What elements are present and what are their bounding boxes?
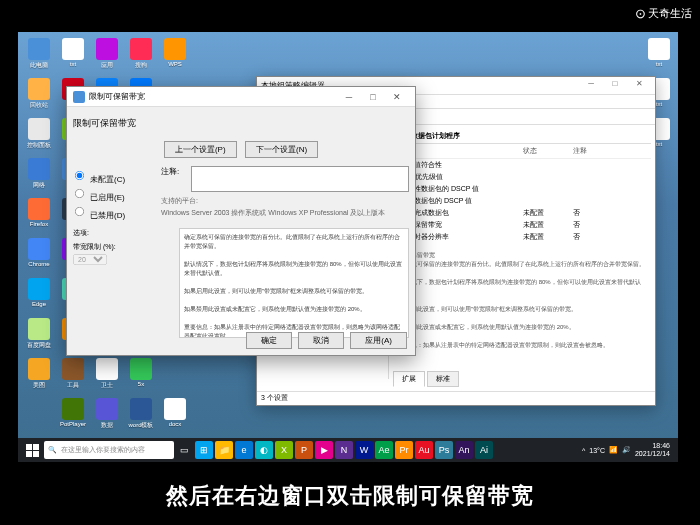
- next-setting-button[interactable]: 下一个设置(N): [245, 141, 318, 158]
- desktop-icon[interactable]: docx: [160, 398, 190, 434]
- desktop-icon[interactable]: 百度网盘: [24, 318, 54, 354]
- desktop-icon[interactable]: 美图: [24, 358, 54, 394]
- comment-field[interactable]: [191, 166, 409, 192]
- maximize-button[interactable]: □: [603, 79, 627, 93]
- dialog-minimize[interactable]: ─: [337, 89, 361, 105]
- dialog-close[interactable]: ✕: [385, 89, 409, 105]
- supported-text: Windows Server 2003 操作系统或 Windows XP Pro…: [161, 206, 409, 224]
- taskbar-app[interactable]: ▶: [315, 441, 333, 459]
- clock[interactable]: 18:46 2021/12/14: [635, 442, 670, 457]
- taskbar-app[interactable]: ⊞: [195, 441, 213, 459]
- watermark-text: 天奇生活: [648, 6, 692, 21]
- col-state[interactable]: 状态: [523, 146, 573, 156]
- bandwidth-select[interactable]: 20: [73, 254, 107, 265]
- settings-header: QoS 数据包计划程序: [393, 129, 651, 144]
- taskbar: 🔍 在这里输入你要搜索的内容 ▭ ⊞📁e◐XP▶NWAePrAuPsAnAi ^…: [18, 438, 678, 462]
- setting-row[interactable]: DSCP 值符合性: [393, 159, 651, 171]
- setting-row[interactable]: 第 2 层优先级值: [393, 171, 651, 183]
- tab-standard[interactable]: 标准: [427, 371, 459, 387]
- prev-setting-button[interactable]: 上一个设置(P): [164, 141, 237, 158]
- weather-widget[interactable]: 13°C: [589, 447, 605, 454]
- desktop-icon[interactable]: 网络: [24, 158, 54, 194]
- ok-button[interactable]: 确定: [246, 332, 292, 349]
- desktop-icon[interactable]: PotPlayer: [58, 398, 88, 434]
- volume-icon[interactable]: 🔊: [622, 446, 631, 454]
- desktop-icon[interactable]: WPS: [160, 38, 190, 74]
- taskbar-app[interactable]: Ps: [435, 441, 453, 459]
- desktop: 此电脑回收站控制面板网络FirefoxChromeEdge百度网盘美图txtpd…: [18, 32, 678, 462]
- desktop-icon[interactable]: 数据: [92, 398, 122, 434]
- taskbar-app[interactable]: Ae: [375, 441, 393, 459]
- taskbar-app[interactable]: e: [235, 441, 253, 459]
- desktop-icon[interactable]: word模板: [126, 398, 156, 434]
- desktop-icon[interactable]: txt: [644, 38, 674, 74]
- search-box[interactable]: 🔍 在这里输入你要搜索的内容: [44, 441, 174, 459]
- start-button[interactable]: [20, 438, 44, 462]
- setting-row[interactable]: 非一致性数据包的 DSCP 值: [393, 183, 651, 195]
- desktop-icon[interactable]: txt: [58, 38, 88, 74]
- setting-description: 限制可保留带宽 确定系统可保留的连接带宽的百分比。此值限制了在此系统上运行的所有…: [393, 251, 651, 350]
- video-subtitle: 然后在右边窗口双击限制可保留带宽: [0, 481, 700, 511]
- desktop-icon[interactable]: 5x: [126, 358, 156, 394]
- desktop-icon[interactable]: Edge: [24, 278, 54, 314]
- radio-not-configured[interactable]: 未配置(C): [73, 168, 153, 186]
- desktop-icon[interactable]: 应用: [92, 38, 122, 74]
- options-label: 选项:: [73, 228, 173, 238]
- close-button[interactable]: ✕: [627, 79, 651, 93]
- taskbar-app[interactable]: W: [355, 441, 373, 459]
- taskbar-app[interactable]: Au: [415, 441, 433, 459]
- desktop-icon[interactable]: 此电脑: [24, 38, 54, 74]
- taskbar-app[interactable]: Pr: [395, 441, 413, 459]
- policy-name: 限制可保留带宽: [73, 113, 409, 134]
- tab-extended[interactable]: 扩展: [393, 371, 425, 387]
- desktop-icon[interactable]: 搜狗: [126, 38, 156, 74]
- desktop-icon[interactable]: 工具: [58, 358, 88, 394]
- dialog-title: 限制可保留带宽: [89, 91, 337, 102]
- taskbar-app[interactable]: ◐: [255, 441, 273, 459]
- setting-row[interactable]: 限制未完成数据包未配置否: [393, 207, 651, 219]
- desktop-icon[interactable]: 卫士: [92, 358, 122, 394]
- radio-disabled[interactable]: 已禁用(D): [73, 204, 153, 222]
- taskbar-app[interactable]: P: [295, 441, 313, 459]
- comment-label: 注释:: [161, 166, 191, 192]
- cancel-button[interactable]: 取消: [298, 332, 344, 349]
- apply-button[interactable]: 应用(A): [350, 332, 407, 349]
- taskbar-app[interactable]: Ai: [475, 441, 493, 459]
- radio-enabled[interactable]: 已启用(E): [73, 186, 153, 204]
- policy-dialog: 限制可保留带宽 ─ □ ✕ 限制可保留带宽 上一个设置(P) 下一个设置(N) …: [66, 86, 416, 356]
- desktop-icon[interactable]: Chrome: [24, 238, 54, 274]
- taskbar-app[interactable]: N: [335, 441, 353, 459]
- taskbar-app[interactable]: An: [455, 441, 473, 459]
- help-text: 确定系统可保留的连接带宽的百分比。此值限制了在此系统上运行的所有程序的合并带宽保…: [179, 228, 409, 338]
- setting-row[interactable]: 一致性数据包的 DSCP 值: [393, 195, 651, 207]
- taskbar-app[interactable]: X: [275, 441, 293, 459]
- bandwidth-label: 带宽限制 (%):: [73, 242, 173, 252]
- desktop-icon[interactable]: Firefox: [24, 198, 54, 234]
- minimize-button[interactable]: ─: [579, 79, 603, 93]
- setting-row[interactable]: 限制可保留带宽未配置否: [393, 219, 651, 231]
- dialog-icon: [73, 91, 85, 103]
- status-bar: 3 个设置: [257, 391, 655, 405]
- task-view-icon[interactable]: ▭: [175, 441, 193, 459]
- dialog-maximize[interactable]: □: [361, 89, 385, 105]
- tray-expand-icon[interactable]: ^: [582, 447, 585, 454]
- desktop-icon[interactable]: 控制面板: [24, 118, 54, 154]
- setting-row[interactable]: 设置计时器分辨率未配置否: [393, 231, 651, 243]
- taskbar-app[interactable]: 📁: [215, 441, 233, 459]
- network-icon[interactable]: 📶: [609, 446, 618, 454]
- col-comment[interactable]: 注释: [573, 146, 603, 156]
- desktop-icon[interactable]: 回收站: [24, 78, 54, 114]
